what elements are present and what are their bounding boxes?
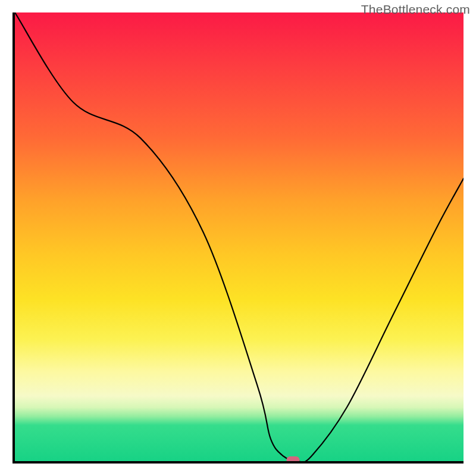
- plot-area: [12, 12, 464, 464]
- bottleneck-curve: [15, 12, 464, 461]
- watermark-text: TheBottleneck.com: [361, 2, 470, 17]
- optimal-marker: [287, 456, 300, 461]
- chart-container: TheBottleneck.com: [0, 0, 476, 476]
